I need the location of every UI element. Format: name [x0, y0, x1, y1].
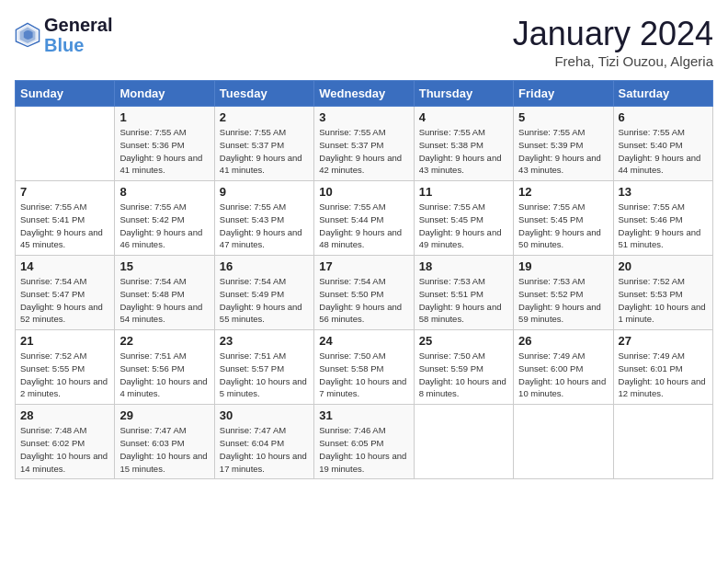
day-number: 9 — [220, 185, 309, 199]
weekday-header-monday: Monday — [115, 81, 214, 107]
day-number: 28 — [20, 408, 109, 422]
calendar-cell: 30Sunrise: 7:47 AMSunset: 6:04 PMDayligh… — [214, 405, 313, 479]
calendar-cell: 29Sunrise: 7:47 AMSunset: 6:03 PMDayligh… — [115, 405, 214, 479]
day-info: Sunrise: 7:55 AMSunset: 5:45 PMDaylight:… — [419, 201, 508, 251]
day-number: 2 — [220, 110, 309, 124]
day-info: Sunrise: 7:55 AMSunset: 5:37 PMDaylight:… — [220, 126, 309, 177]
calendar-week-4: 21Sunrise: 7:52 AMSunset: 5:55 PMDayligh… — [16, 330, 713, 405]
calendar-cell: 3Sunrise: 7:55 AMSunset: 5:37 PMDaylight… — [314, 107, 414, 181]
day-info: Sunrise: 7:53 AMSunset: 5:51 PMDaylight:… — [419, 275, 508, 326]
day-number: 10 — [319, 185, 408, 199]
day-info: Sunrise: 7:55 AMSunset: 5:43 PMDaylight:… — [220, 201, 309, 251]
day-number: 24 — [319, 334, 408, 348]
day-number: 1 — [119, 110, 209, 124]
day-info: Sunrise: 7:55 AMSunset: 5:41 PMDaylight:… — [20, 201, 109, 251]
day-info: Sunrise: 7:55 AMSunset: 5:46 PMDaylight:… — [619, 201, 708, 251]
calendar-cell: 4Sunrise: 7:55 AMSunset: 5:38 PMDaylight… — [414, 107, 513, 181]
weekday-header-row: SundayMondayTuesdayWednesdayThursdayFrid… — [16, 81, 713, 107]
month-title: January 2024 — [513, 15, 713, 53]
logo-text: GeneralBlue — [44, 15, 112, 55]
calendar-cell: 23Sunrise: 7:51 AMSunset: 5:57 PMDayligh… — [214, 330, 313, 405]
calendar-cell: 26Sunrise: 7:49 AMSunset: 6:00 PMDayligh… — [514, 330, 613, 405]
day-info: Sunrise: 7:54 AMSunset: 5:49 PMDaylight:… — [220, 275, 309, 326]
logo-icon — [15, 22, 40, 48]
calendar-cell: 18Sunrise: 7:53 AMSunset: 5:51 PMDayligh… — [414, 256, 513, 330]
calendar-cell: 7Sunrise: 7:55 AMSunset: 5:41 PMDaylight… — [16, 181, 115, 256]
day-info: Sunrise: 7:46 AMSunset: 6:05 PMDaylight:… — [319, 424, 408, 475]
day-number: 11 — [419, 185, 508, 199]
day-number: 31 — [319, 408, 408, 422]
day-info: Sunrise: 7:54 AMSunset: 5:47 PMDaylight:… — [20, 275, 109, 326]
day-info: Sunrise: 7:54 AMSunset: 5:48 PMDaylight:… — [119, 275, 209, 326]
day-number: 4 — [419, 110, 508, 124]
calendar-cell: 19Sunrise: 7:53 AMSunset: 5:52 PMDayligh… — [514, 256, 613, 330]
day-number: 13 — [619, 185, 708, 199]
calendar-cell: 11Sunrise: 7:55 AMSunset: 5:45 PMDayligh… — [414, 181, 513, 256]
day-info: Sunrise: 7:47 AMSunset: 6:03 PMDaylight:… — [119, 424, 209, 475]
day-info: Sunrise: 7:55 AMSunset: 5:37 PMDaylight:… — [319, 126, 408, 177]
day-number: 27 — [619, 334, 708, 348]
calendar-cell — [514, 405, 613, 479]
day-number: 20 — [619, 259, 708, 273]
day-number: 7 — [20, 185, 109, 199]
calendar-cell: 16Sunrise: 7:54 AMSunset: 5:49 PMDayligh… — [214, 256, 313, 330]
day-number: 6 — [619, 110, 708, 124]
calendar-cell: 12Sunrise: 7:55 AMSunset: 5:45 PMDayligh… — [514, 181, 613, 256]
day-info: Sunrise: 7:48 AMSunset: 6:02 PMDaylight:… — [20, 424, 109, 475]
calendar-cell: 5Sunrise: 7:55 AMSunset: 5:39 PMDaylight… — [514, 107, 613, 181]
calendar-week-5: 28Sunrise: 7:48 AMSunset: 6:02 PMDayligh… — [16, 405, 713, 479]
day-info: Sunrise: 7:47 AMSunset: 6:04 PMDaylight:… — [220, 424, 309, 475]
weekday-header-friday: Friday — [514, 81, 613, 107]
calendar-cell: 22Sunrise: 7:51 AMSunset: 5:56 PMDayligh… — [115, 330, 214, 405]
location-subtitle: Freha, Tizi Ouzou, Algeria — [513, 53, 713, 69]
day-info: Sunrise: 7:51 AMSunset: 5:56 PMDaylight:… — [119, 350, 209, 400]
day-number: 12 — [518, 185, 608, 199]
weekday-header-tuesday: Tuesday — [214, 81, 313, 107]
calendar-cell: 9Sunrise: 7:55 AMSunset: 5:43 PMDaylight… — [214, 181, 313, 256]
calendar-cell: 25Sunrise: 7:50 AMSunset: 5:59 PMDayligh… — [414, 330, 513, 405]
calendar-cell: 24Sunrise: 7:50 AMSunset: 5:58 PMDayligh… — [314, 330, 414, 405]
day-info: Sunrise: 7:52 AMSunset: 5:55 PMDaylight:… — [20, 350, 109, 400]
calendar-cell: 1Sunrise: 7:55 AMSunset: 5:36 PMDaylight… — [115, 107, 214, 181]
title-block: January 2024 Freha, Tizi Ouzou, Algeria — [513, 15, 713, 69]
day-info: Sunrise: 7:54 AMSunset: 5:50 PMDaylight:… — [319, 275, 408, 326]
weekday-header-saturday: Saturday — [613, 81, 712, 107]
day-info: Sunrise: 7:55 AMSunset: 5:42 PMDaylight:… — [119, 201, 209, 251]
calendar-cell: 10Sunrise: 7:55 AMSunset: 5:44 PMDayligh… — [314, 181, 414, 256]
calendar-cell: 8Sunrise: 7:55 AMSunset: 5:42 PMDaylight… — [115, 181, 214, 256]
day-number: 18 — [419, 259, 508, 273]
day-info: Sunrise: 7:55 AMSunset: 5:36 PMDaylight:… — [119, 126, 209, 177]
calendar-cell: 2Sunrise: 7:55 AMSunset: 5:37 PMDaylight… — [214, 107, 313, 181]
day-number: 29 — [119, 408, 209, 422]
day-info: Sunrise: 7:55 AMSunset: 5:38 PMDaylight:… — [419, 126, 508, 177]
page-header: GeneralBlue January 2024 Freha, Tizi Ouz… — [15, 15, 713, 69]
day-number: 16 — [220, 259, 309, 273]
day-number: 23 — [220, 334, 309, 348]
calendar-week-2: 7Sunrise: 7:55 AMSunset: 5:41 PMDaylight… — [16, 181, 713, 256]
day-info: Sunrise: 7:51 AMSunset: 5:57 PMDaylight:… — [220, 350, 309, 400]
calendar-cell: 6Sunrise: 7:55 AMSunset: 5:40 PMDaylight… — [613, 107, 712, 181]
calendar-cell: 27Sunrise: 7:49 AMSunset: 6:01 PMDayligh… — [613, 330, 712, 405]
calendar-cell: 15Sunrise: 7:54 AMSunset: 5:48 PMDayligh… — [115, 256, 214, 330]
weekday-header-wednesday: Wednesday — [314, 81, 414, 107]
day-info: Sunrise: 7:50 AMSunset: 5:59 PMDaylight:… — [419, 350, 508, 400]
day-info: Sunrise: 7:53 AMSunset: 5:52 PMDaylight:… — [518, 275, 608, 326]
day-info: Sunrise: 7:50 AMSunset: 5:58 PMDaylight:… — [319, 350, 408, 400]
calendar-cell: 20Sunrise: 7:52 AMSunset: 5:53 PMDayligh… — [613, 256, 712, 330]
logo: GeneralBlue — [15, 15, 112, 55]
day-number: 22 — [119, 334, 209, 348]
calendar-cell: 13Sunrise: 7:55 AMSunset: 5:46 PMDayligh… — [613, 181, 712, 256]
day-number: 19 — [518, 259, 608, 273]
day-number: 30 — [220, 408, 309, 422]
day-info: Sunrise: 7:49 AMSunset: 6:01 PMDaylight:… — [619, 350, 708, 400]
calendar-week-1: 1Sunrise: 7:55 AMSunset: 5:36 PMDaylight… — [16, 107, 713, 181]
day-number: 15 — [119, 259, 209, 273]
calendar-table: SundayMondayTuesdayWednesdayThursdayFrid… — [15, 80, 713, 479]
calendar-cell — [414, 405, 513, 479]
day-number: 17 — [319, 259, 408, 273]
calendar-cell — [16, 107, 115, 181]
calendar-cell: 14Sunrise: 7:54 AMSunset: 5:47 PMDayligh… — [16, 256, 115, 330]
day-number: 14 — [20, 259, 109, 273]
day-info: Sunrise: 7:49 AMSunset: 6:00 PMDaylight:… — [518, 350, 608, 400]
weekday-header-thursday: Thursday — [414, 81, 513, 107]
